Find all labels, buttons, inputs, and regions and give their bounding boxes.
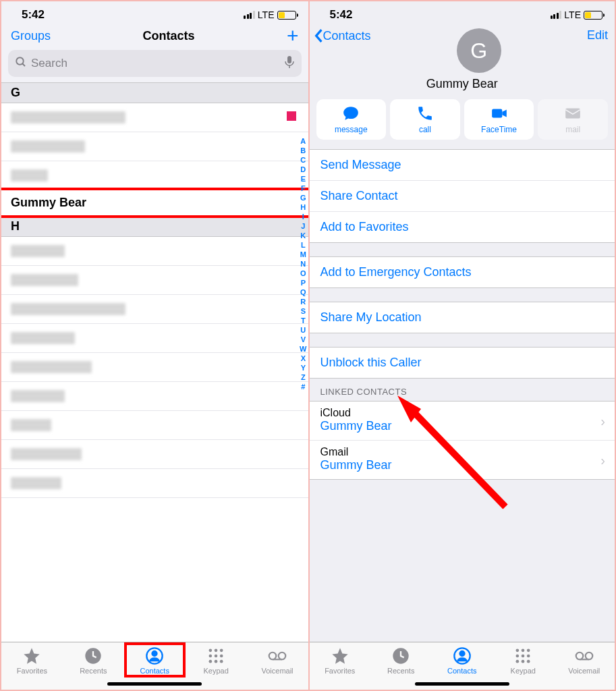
tab-favorites[interactable]: Favorites [1,646,63,675]
signal-icon [244,11,255,19]
avatar: G [457,28,501,73]
tab-favorites[interactable]: Favorites [310,646,371,675]
action-row: message call FaceTime mail [310,99,615,149]
contact-row[interactable] [1,132,308,161]
message-icon [342,105,360,122]
search-placeholder: Search [31,57,284,70]
linked-contacts-header: LINKED CONTACTS [310,379,615,401]
linked-contact-gmail[interactable]: Gmail Gummy Bear › [310,441,615,479]
share-location-cell[interactable]: Share My Location [310,302,615,333]
share-contact-cell[interactable]: Share Contact [310,181,615,212]
status-bar: 5:42 LTE [310,1,615,24]
section-header-h: H [1,216,308,237]
contact-detail-screen: 5:42 LTE Contacts G Edit Gummy Bear mess… [308,1,615,690]
contact-row[interactable] [1,295,308,324]
svg-point-32 [522,660,525,663]
svg-point-28 [516,655,520,658]
contacts-list[interactable]: G Gummy Bear H [1,82,308,642]
contact-row[interactable] [1,353,308,382]
clock-icon [84,646,103,665]
search-input[interactable]: Search [8,50,302,77]
tab-keypad[interactable]: Keypad [186,646,247,675]
carrier-label: LTE [258,9,275,20]
svg-point-0 [16,57,24,65]
keypad-icon [206,646,225,665]
add-favorites-cell[interactable]: Add to Favorites [310,212,615,242]
svg-rect-19 [492,109,502,118]
unblock-caller-cell[interactable]: Unblock this Caller [310,348,615,378]
svg-point-26 [522,649,525,653]
tab-contacts[interactable]: Contacts [124,646,186,675]
svg-point-33 [527,660,530,663]
battery-icon [584,11,603,20]
send-message-cell[interactable]: Send Message [310,150,615,181]
svg-point-17 [279,653,286,660]
svg-rect-20 [565,108,580,118]
voicemail-icon [268,646,287,665]
svg-point-8 [215,649,218,653]
clock-icon [391,646,410,665]
home-indicator[interactable] [107,682,202,686]
contact-row[interactable] [1,266,308,295]
svg-rect-2 [287,56,291,63]
voicemail-icon [575,646,594,665]
chevron-left-icon [314,28,323,43]
tab-voicemail[interactable]: Voicemail [554,646,615,675]
svg-point-5 [147,648,163,663]
contact-row[interactable] [1,103,308,132]
svg-point-10 [209,655,213,658]
tab-recents[interactable]: Recents [63,646,124,675]
tab-contacts[interactable]: Contacts [432,646,493,675]
edit-button[interactable]: Edit [587,28,608,43]
mic-icon[interactable] [284,55,295,72]
status-bar: 5:42 LTE [1,1,308,24]
contact-row[interactable] [1,324,308,353]
emergency-cell[interactable]: Add to Emergency Contacts [310,257,615,287]
tab-recents[interactable]: Recents [370,646,432,675]
contact-row[interactable] [1,469,308,498]
carrier-label: LTE [564,9,581,20]
keypad-icon [513,646,532,665]
svg-point-35 [586,653,593,660]
contact-row[interactable] [1,411,308,440]
home-indicator[interactable] [415,682,509,686]
tab-voicemail[interactable]: Voicemail [247,646,308,675]
contact-row[interactable] [1,161,308,190]
alpha-index[interactable]: ABCDEFGHIJKLMNOPQRSTUVWXYZ# [300,136,306,391]
detail-scroll[interactable]: Send Message Share Contact Add to Favori… [310,149,615,642]
back-button[interactable]: Contacts [314,28,371,43]
status-time: 5:42 [330,8,353,22]
svg-point-16 [269,653,277,660]
video-icon [491,105,508,122]
svg-point-25 [516,649,520,653]
contact-icon [145,646,164,665]
battery-icon [277,11,296,20]
contact-icon [453,646,472,665]
chevron-right-icon: › [600,452,605,468]
signal-icon [551,11,562,19]
tab-keypad[interactable]: Keypad [493,646,554,675]
svg-point-14 [215,660,218,663]
mail-icon [564,105,582,122]
message-button[interactable]: message [316,99,387,140]
contact-row[interactable] [1,440,308,469]
contact-row-gummy-bear[interactable]: Gummy Bear [1,188,308,216]
add-contact-button[interactable]: + [287,28,299,43]
groups-button[interactable]: Groups [11,29,51,43]
section-header-g: G [1,82,308,103]
nav-bar: Contacts G Edit [310,24,615,73]
svg-point-15 [220,660,223,663]
contacts-list-screen: 5:42 LTE Groups Contacts + Search G Gumm… [1,1,308,690]
nav-title: Contacts [142,29,194,43]
svg-point-29 [522,655,525,658]
mail-button: mail [538,99,608,140]
nav-bar: Groups Contacts + [1,24,308,47]
contact-row[interactable] [1,382,308,411]
linked-contact-icloud[interactable]: iCloud Gummy Bear › [310,402,615,441]
contact-name: Gummy Bear [310,73,615,99]
facetime-button[interactable]: FaceTime [464,99,534,140]
call-button[interactable]: call [390,99,460,140]
contact-row[interactable] [1,237,308,266]
status-right: LTE [551,9,603,20]
svg-point-13 [209,660,213,663]
